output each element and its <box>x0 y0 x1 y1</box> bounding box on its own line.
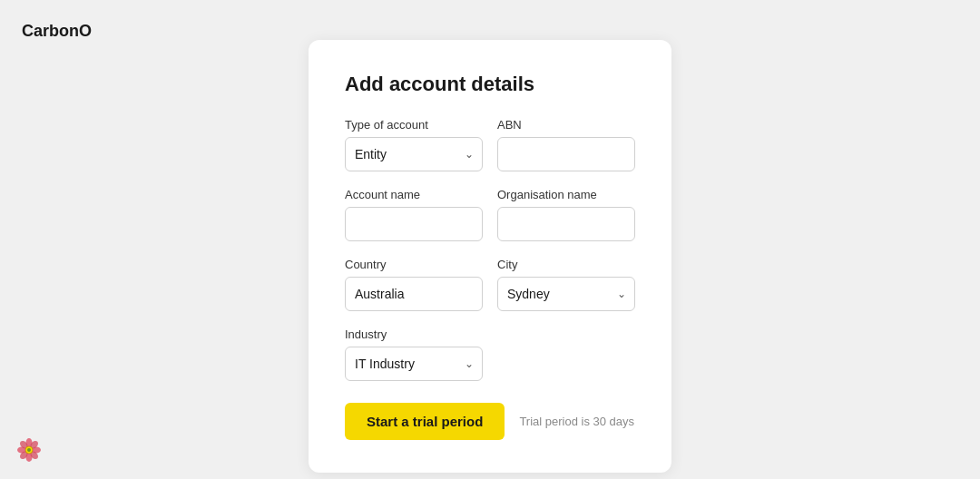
industry-group: Industry IT Industry Finance Healthcare … <box>345 327 483 381</box>
card-title: Add account details <box>345 73 635 96</box>
account-name-input[interactable] <box>345 207 483 241</box>
row-country-city: Country City Sydney Melbourne Brisbane P… <box>345 258 635 311</box>
industry-placeholder-group <box>497 327 635 381</box>
abn-input[interactable] <box>497 137 635 171</box>
country-input <box>345 277 483 311</box>
account-name-group: Account name <box>345 188 483 241</box>
abn-group: ABN <box>497 118 635 171</box>
industry-select[interactable]: IT Industry Finance Healthcare Manufactu… <box>345 347 483 381</box>
city-select-wrapper: Sydney Melbourne Brisbane Perth ⌄ <box>497 277 635 311</box>
row-account-org: Account name Organisation name <box>345 188 635 241</box>
row-industry: Industry IT Industry Finance Healthcare … <box>345 327 635 381</box>
type-of-account-select-wrapper: Entity Individual Partnership ⌄ <box>345 137 483 171</box>
organisation-name-group: Organisation name <box>497 188 635 241</box>
city-group: City Sydney Melbourne Brisbane Perth ⌄ <box>497 258 635 311</box>
row-type-abn: Type of account Entity Individual Partne… <box>345 118 635 171</box>
country-label: Country <box>345 258 483 271</box>
country-group: Country <box>345 258 483 311</box>
type-of-account-select[interactable]: Entity Individual Partnership <box>345 137 483 171</box>
city-label: City <box>497 258 635 271</box>
svg-point-10 <box>27 448 31 452</box>
city-select[interactable]: Sydney Melbourne Brisbane Perth <box>497 277 635 311</box>
app-logo: CarbonO <box>22 22 92 41</box>
organisation-name-label: Organisation name <box>497 188 635 201</box>
abn-label: ABN <box>497 118 635 132</box>
start-trial-button[interactable]: Start a trial period <box>345 403 505 440</box>
type-of-account-label: Type of account <box>345 118 483 132</box>
industry-select-wrapper: IT Industry Finance Healthcare Manufactu… <box>345 347 483 381</box>
trial-note: Trial period is 30 days <box>519 415 634 428</box>
account-name-label: Account name <box>345 188 483 201</box>
type-of-account-group: Type of account Entity Individual Partne… <box>345 118 483 171</box>
industry-label: Industry <box>345 327 483 341</box>
bottom-row: Start a trial period Trial period is 30 … <box>345 403 635 440</box>
organisation-name-input[interactable] <box>497 207 635 241</box>
account-details-card: Add account details Type of account Enti… <box>309 40 671 473</box>
flower-icon <box>15 435 44 464</box>
